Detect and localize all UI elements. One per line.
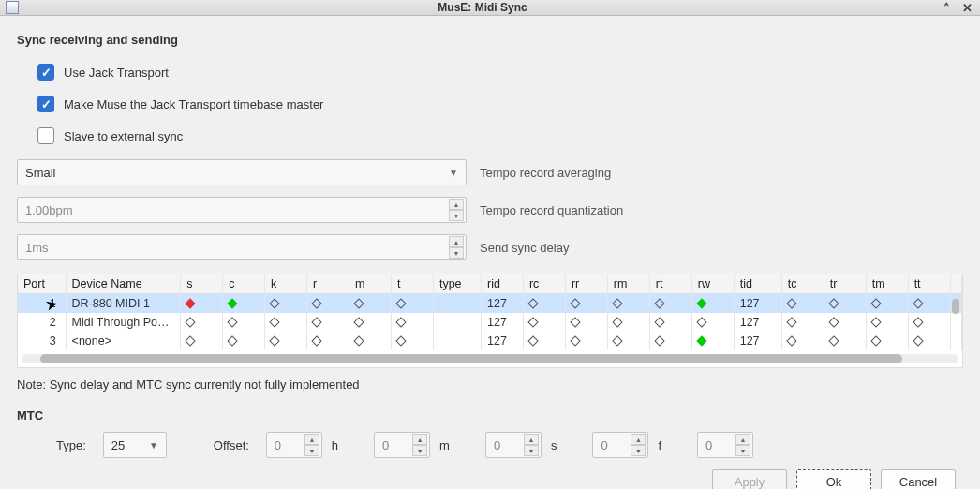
window-title: MusE: Midi Sync bbox=[26, 1, 939, 14]
status-dot-empty[interactable] bbox=[570, 298, 580, 308]
status-dot-empty[interactable] bbox=[527, 335, 538, 346]
table-row[interactable]: 2Midi Through Po…127127 bbox=[18, 313, 962, 332]
col-k[interactable]: k bbox=[265, 274, 307, 294]
status-dot-empty[interactable] bbox=[570, 335, 580, 346]
sync-delay-spin[interactable]: 1ms ▲▼ bbox=[17, 234, 467, 260]
mtc-offset-label: Offset: bbox=[214, 438, 249, 452]
col-tid[interactable]: tid bbox=[734, 274, 781, 294]
status-dot-empty[interactable] bbox=[612, 317, 622, 327]
col-tm[interactable]: tm bbox=[866, 274, 908, 294]
status-dot-empty[interactable] bbox=[353, 298, 364, 308]
quantization-spin[interactable]: 1.00bpm ▲▼ bbox=[17, 197, 467, 223]
status-dot-empty[interactable] bbox=[696, 317, 706, 327]
status-dot-empty[interactable] bbox=[786, 335, 796, 346]
status-dot-empty[interactable] bbox=[570, 317, 580, 327]
col-tr[interactable]: tr bbox=[824, 274, 866, 294]
status-dot-empty[interactable] bbox=[870, 298, 881, 308]
mtc-h-spin[interactable]: 0▲▼ bbox=[266, 432, 322, 458]
col-tt[interactable]: tt bbox=[908, 274, 950, 294]
status-dot-empty[interactable] bbox=[870, 317, 881, 327]
col-rid[interactable]: rid bbox=[481, 274, 523, 294]
spin-up-icon[interactable]: ▲ bbox=[449, 236, 464, 247]
rollup-icon[interactable]: ˄ bbox=[939, 0, 954, 15]
status-dot-empty[interactable] bbox=[227, 317, 237, 327]
spin-down-icon[interactable]: ▼ bbox=[449, 210, 464, 221]
status-dot-empty[interactable] bbox=[786, 298, 796, 308]
jack-transport-checkbox[interactable] bbox=[37, 64, 54, 81]
cell-rid: 127 bbox=[481, 332, 523, 350]
status-dot-empty[interactable] bbox=[828, 298, 839, 308]
status-dot-empty[interactable] bbox=[311, 298, 321, 308]
col-c[interactable]: c bbox=[223, 274, 265, 294]
status-dot-empty[interactable] bbox=[612, 298, 622, 308]
horizontal-scrollbar[interactable] bbox=[22, 354, 958, 363]
status-dot-empty[interactable] bbox=[913, 335, 923, 346]
status-dot-empty[interactable] bbox=[527, 298, 538, 308]
col-device[interactable]: Device Name bbox=[66, 274, 181, 294]
col-t[interactable]: t bbox=[391, 274, 433, 294]
status-dot-empty[interactable] bbox=[395, 335, 406, 346]
col-rw[interactable]: rw bbox=[691, 274, 734, 294]
cell-tid: 127 bbox=[734, 294, 781, 314]
status-dot-empty[interactable] bbox=[227, 335, 237, 346]
status-dot-empty[interactable] bbox=[395, 298, 406, 308]
mtc-s-unit: s bbox=[551, 438, 557, 452]
spin-up-icon[interactable]: ▲ bbox=[449, 199, 464, 210]
col-port[interactable]: Port bbox=[18, 274, 66, 294]
col-r[interactable]: r bbox=[307, 274, 349, 294]
col-rc[interactable]: rc bbox=[523, 274, 565, 294]
status-dot-empty[interactable] bbox=[913, 298, 923, 308]
mtc-m-spin[interactable]: 0▲▼ bbox=[374, 432, 430, 458]
col-type[interactable]: type bbox=[433, 274, 481, 294]
jack-transport-label: Use Jack Transport bbox=[64, 66, 169, 80]
status-dot-empty[interactable] bbox=[828, 317, 839, 327]
spin-down-icon[interactable]: ▼ bbox=[449, 247, 464, 259]
status-dot-empty[interactable] bbox=[828, 335, 839, 346]
status-dot-red[interactable] bbox=[186, 298, 196, 308]
status-dot-empty[interactable] bbox=[186, 317, 196, 327]
status-dot-green[interactable] bbox=[696, 335, 706, 346]
apply-button[interactable]: Apply bbox=[712, 469, 787, 489]
status-dot-empty[interactable] bbox=[353, 317, 364, 327]
status-dot-empty[interactable] bbox=[269, 335, 279, 346]
cell-type bbox=[433, 332, 481, 350]
vertical-scrollbar[interactable] bbox=[952, 299, 959, 314]
status-dot-empty[interactable] bbox=[527, 317, 538, 327]
mtc-sf-spin[interactable]: 0▲▼ bbox=[697, 432, 753, 458]
status-dot-empty[interactable] bbox=[269, 317, 279, 327]
ok-button[interactable]: Ok bbox=[796, 469, 871, 489]
status-dot-empty[interactable] bbox=[395, 317, 406, 327]
status-dot-empty[interactable] bbox=[353, 335, 364, 346]
status-dot-empty[interactable] bbox=[654, 298, 664, 308]
status-dot-empty[interactable] bbox=[870, 335, 881, 346]
status-dot-empty[interactable] bbox=[913, 317, 923, 327]
col-m[interactable]: m bbox=[349, 274, 392, 294]
col-rt[interactable]: rt bbox=[649, 274, 691, 294]
status-dot-empty[interactable] bbox=[654, 317, 664, 327]
col-tc[interactable]: tc bbox=[781, 274, 824, 294]
table-row[interactable]: 1DR-880 MIDI 1127127 bbox=[18, 294, 962, 314]
status-dot-green[interactable] bbox=[696, 298, 706, 308]
cancel-button[interactable]: Cancel bbox=[881, 469, 956, 489]
slave-external-checkbox[interactable] bbox=[37, 127, 54, 144]
status-dot-empty[interactable] bbox=[654, 335, 664, 346]
col-s[interactable]: s bbox=[181, 274, 223, 294]
cell-device: DR-880 MIDI 1 bbox=[66, 294, 181, 314]
status-dot-empty[interactable] bbox=[311, 317, 321, 327]
mtc-type-combo[interactable]: 25 ▼ bbox=[103, 432, 167, 458]
col-rm[interactable]: rm bbox=[607, 274, 649, 294]
status-dot-empty[interactable] bbox=[786, 317, 796, 327]
timebase-master-checkbox[interactable] bbox=[37, 96, 54, 112]
status-dot-empty[interactable] bbox=[311, 335, 321, 346]
cell-port: 2 bbox=[18, 313, 66, 332]
averaging-combo[interactable]: Small ▼ bbox=[17, 159, 467, 185]
close-icon[interactable]: ✕ bbox=[959, 0, 974, 15]
status-dot-empty[interactable] bbox=[269, 298, 279, 308]
table-row[interactable]: 3<none>127127 bbox=[18, 332, 962, 350]
status-dot-empty[interactable] bbox=[612, 335, 622, 346]
status-dot-green[interactable] bbox=[227, 298, 237, 308]
col-rr[interactable]: rr bbox=[565, 274, 607, 294]
mtc-s-spin[interactable]: 0▲▼ bbox=[485, 432, 542, 458]
status-dot-empty[interactable] bbox=[186, 335, 196, 346]
mtc-f-spin[interactable]: 0▲▼ bbox=[592, 432, 648, 458]
